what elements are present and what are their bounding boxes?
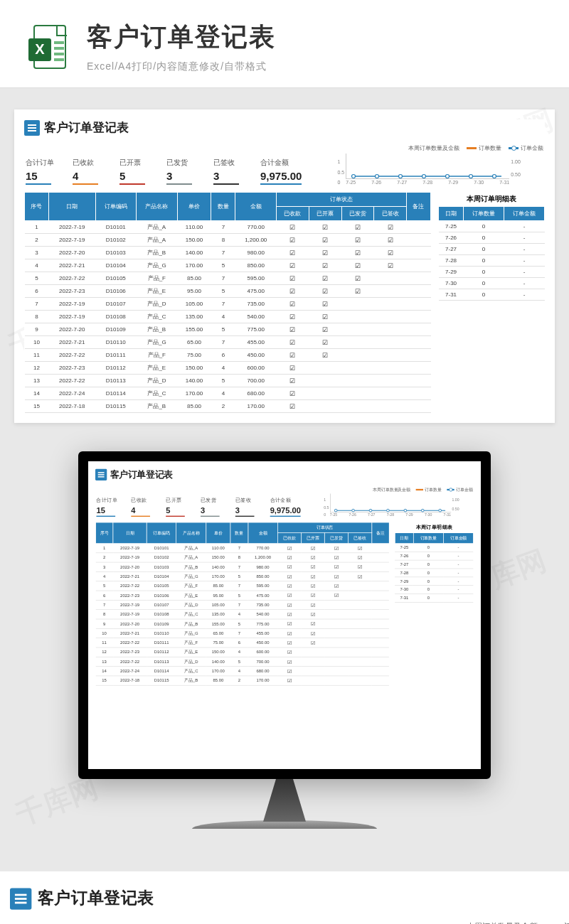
table-row: 132022-7-22D10113产品_D140.005700.00☑	[95, 657, 389, 666]
sheet-header: 客户订单登记表	[95, 468, 474, 480]
list-icon	[95, 468, 107, 480]
side-row: 7-260-	[439, 232, 545, 244]
svg-point-22	[439, 509, 442, 512]
svg-rect-3	[54, 41, 64, 44]
stat-2: 已开票5	[119, 158, 154, 185]
table-row: 92022-7-20D10109产品_B155.005775.00☑☑	[25, 323, 431, 336]
weekly-detail-table: 本周订单明细表日期订单数量订单金额7-250-7-260-7-270-7-280…	[395, 522, 474, 685]
page-title: 客户订单登记表	[87, 20, 276, 55]
table-row: 52022-7-22D10105产品_F85.007595.00☑☑☑	[25, 272, 431, 285]
side-row: 7-300-	[439, 278, 545, 289]
table-row: 122022-7-23D10112产品_E150.004600.00☑	[25, 362, 431, 375]
table-row: 52022-7-22D10105产品_F85.007595.00☑☑☑	[95, 581, 389, 591]
table-row: 122022-7-23D10112产品_E150.004600.00☑	[95, 648, 389, 657]
side-row: 7-310-	[395, 593, 473, 602]
orders-table: 序号日期订单编码产品名称单价数量金额订单状态备注 已收款已开票已发货已签收120…	[24, 192, 431, 413]
stat-4: 已签收3	[213, 158, 248, 185]
preview-sheet: 客户订单登记表 合计订单15已收款4已开票5已发货3已签收3合计金额9,975.…	[14, 109, 555, 423]
svg-point-19	[386, 509, 389, 512]
table-row: 142022-7-24D10114产品_C170.004680.00☑	[95, 667, 389, 676]
table-row: 12022-7-19D10101产品_A110.007770.00☑☑☑☑	[95, 543, 389, 552]
stat-5: 合计金额9,975.00	[270, 497, 301, 517]
svg-point-10	[399, 175, 403, 178]
stat-2: 已开票5	[166, 497, 191, 517]
stat-3: 已发货3	[166, 158, 201, 185]
preview-crop: 客户订单登记表 合计订单15已收款4已开票5已发货3已签收3合计金额9,975.…	[0, 871, 569, 924]
list-icon	[10, 888, 31, 909]
orders-table: 序号日期订单编码产品名称单价数量金额订单状态备注 已收款已开票已发货已签收120…	[95, 522, 390, 685]
side-row: 7-280-	[439, 255, 545, 267]
weekly-detail-table: 本周订单明细表日期订单数量订单金额7-250-7-260-7-270-7-280…	[438, 192, 545, 413]
svg-point-20	[404, 509, 407, 512]
table-row: 102022-7-21D10110产品_G65.007455.00☑☑	[95, 628, 389, 638]
svg-point-14	[493, 175, 496, 178]
side-row: 7-250-	[439, 221, 545, 232]
side-row: 7-300-	[395, 586, 473, 594]
side-row: 7-270-	[395, 560, 473, 569]
table-row: 132022-7-22D10113产品_D140.005700.00☑	[25, 375, 431, 387]
svg-point-18	[369, 509, 372, 512]
table-row: 72022-7-19D10107产品_D105.007735.00☑☑	[95, 600, 389, 609]
stat-3: 已发货3	[201, 497, 226, 517]
side-row: 7-310-	[439, 289, 545, 301]
sheet-header: 客户订单登记表	[10, 887, 559, 910]
table-row: 92022-7-20D10109产品_B155.005775.00☑☑	[95, 619, 389, 628]
table-row: 32022-7-20D10103产品_B140.007980.00☑☑☑☑	[95, 562, 389, 571]
svg-point-8	[352, 175, 356, 178]
svg-point-12	[446, 175, 450, 178]
table-row: 82022-7-19D10108产品_C135.004540.00☑☑	[95, 610, 389, 619]
stats-row: 合计订单15已收款4已开票5已发货3已签收3合计金额9,975.00 本周订单数…	[24, 141, 545, 192]
table-row: 112022-7-22D10111产品_F75.006450.00☑☑	[25, 349, 431, 362]
stat-0: 合计订单15	[96, 497, 122, 517]
side-row: 7-270-	[439, 244, 545, 255]
side-row: 7-250-	[395, 543, 473, 552]
list-icon	[24, 120, 40, 136]
table-row: 32022-7-20D10103产品_B140.007980.00☑☑☑☑	[25, 247, 431, 259]
stat-1: 已收款4	[73, 158, 107, 185]
table-row: 62022-7-23D10106产品_E95.005475.00☑☑☑	[95, 591, 389, 600]
side-row: 7-290-	[395, 577, 473, 586]
table-row: 102022-7-21D10110产品_G65.007455.00☑☑	[25, 336, 431, 349]
stat-5: 合计金额9,975.00	[260, 158, 302, 185]
table-row: 22022-7-19D10102产品_A150.0081,200.00☑☑☑☑	[25, 234, 431, 247]
svg-point-9	[376, 175, 379, 178]
table-row: 142022-7-24D10114产品_C170.004680.00☑	[25, 387, 431, 400]
stat-4: 已签收3	[235, 497, 261, 517]
svg-rect-5	[54, 53, 64, 55]
svg-point-21	[421, 509, 424, 512]
svg-point-13	[469, 175, 473, 178]
table-row: 72022-7-19D10107产品_D105.007735.00☑☑	[25, 298, 431, 311]
table-row: 152022-7-18D10115产品_B85.002170.00☑	[25, 400, 431, 413]
stats-row: 合计订单15已收款4已开票5已发货3已签收3合计金额9,975.00 本周订单数…	[10, 918, 559, 924]
table-row: 112022-7-22D10111产品_F75.006450.00☑☑	[95, 638, 389, 648]
svg-text:X: X	[35, 41, 45, 57]
sheet-header: 客户订单登记表	[24, 119, 545, 136]
table-row: 42022-7-21D10104产品_G170.005850.00☑☑☑☑	[25, 259, 431, 272]
weekly-chart: 本周订单数量及金额订单数量订单金额 10.50 7-257-267-277-28…	[310, 487, 472, 517]
side-row: 7-280-	[395, 569, 473, 577]
table-row: 22022-7-19D10102产品_A150.0081,200.00☑☑☑☑	[95, 553, 389, 562]
svg-point-16	[334, 509, 337, 512]
table-row: 152022-7-18D10115产品_B85.002170.00☑	[95, 676, 389, 685]
header: X 客户订单登记表 Excel/A4打印/内容随意修改/自带格式	[0, 0, 569, 88]
monitor-mockup: 客户订单登记表 合计订单15已收款4已开票5已发货3已签收3合计金额9,975.…	[78, 451, 491, 829]
table-row: 82022-7-19D10108产品_C135.004540.00☑☑	[25, 311, 431, 323]
weekly-chart: 本周订单数量及金额订单数量订单金额 10.50 7-257-267-277-28…	[400, 921, 569, 924]
side-row: 7-290-	[439, 267, 545, 278]
weekly-chart: 本周订单数量及金额订单数量订单金额 10.50 7-257-267-277-28…	[314, 144, 543, 185]
svg-point-11	[422, 175, 426, 178]
svg-rect-6	[54, 58, 64, 61]
excel-icon: X	[26, 23, 74, 71]
svg-rect-4	[54, 47, 64, 50]
side-row: 7-260-	[395, 552, 473, 560]
table-row: 42022-7-21D10104产品_G170.005850.00☑☑☑☑	[95, 571, 389, 581]
table-row: 12022-7-19D10101产品_A110.007770.00☑☑☑☑	[25, 221, 431, 234]
svg-point-17	[352, 509, 355, 512]
stat-1: 已收款4	[131, 497, 156, 517]
stats-row: 合计订单15已收款4已开票5已发货3已签收3合计金额9,975.00 本周订单数…	[95, 485, 474, 522]
stat-0: 合计订单15	[26, 158, 60, 185]
page-subtitle: Excel/A4打印/内容随意修改/自带格式	[87, 60, 276, 73]
table-row: 62022-7-23D10106产品_E95.005475.00☑☑☑	[25, 285, 431, 298]
